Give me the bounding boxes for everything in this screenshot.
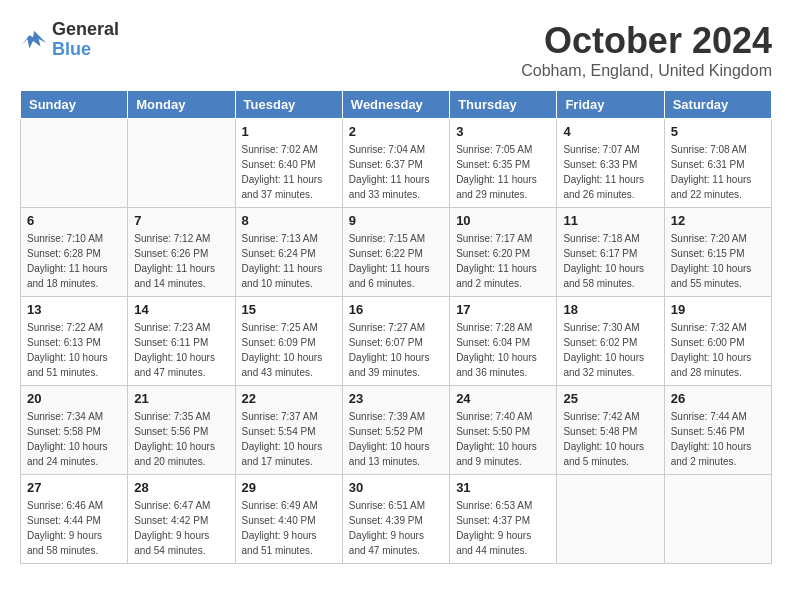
calendar-cell: 19Sunrise: 7:32 AM Sunset: 6:00 PM Dayli… — [664, 297, 771, 386]
day-info: Sunrise: 7:32 AM Sunset: 6:00 PM Dayligh… — [671, 320, 765, 380]
day-number: 29 — [242, 480, 336, 495]
day-info: Sunrise: 7:37 AM Sunset: 5:54 PM Dayligh… — [242, 409, 336, 469]
day-number: 4 — [563, 124, 657, 139]
day-number: 11 — [563, 213, 657, 228]
day-number: 20 — [27, 391, 121, 406]
calendar-week-row: 13Sunrise: 7:22 AM Sunset: 6:13 PM Dayli… — [21, 297, 772, 386]
calendar-cell: 10Sunrise: 7:17 AM Sunset: 6:20 PM Dayli… — [450, 208, 557, 297]
calendar-cell: 7Sunrise: 7:12 AM Sunset: 6:26 PM Daylig… — [128, 208, 235, 297]
day-number: 18 — [563, 302, 657, 317]
day-number: 22 — [242, 391, 336, 406]
calendar-week-row: 1Sunrise: 7:02 AM Sunset: 6:40 PM Daylig… — [21, 119, 772, 208]
day-number: 31 — [456, 480, 550, 495]
calendar-cell: 23Sunrise: 7:39 AM Sunset: 5:52 PM Dayli… — [342, 386, 449, 475]
day-number: 13 — [27, 302, 121, 317]
calendar-cell — [128, 119, 235, 208]
weekday-header: Wednesday — [342, 91, 449, 119]
title-block: October 2024 Cobham, England, United Kin… — [521, 20, 772, 80]
day-number: 28 — [134, 480, 228, 495]
calendar-cell: 3Sunrise: 7:05 AM Sunset: 6:35 PM Daylig… — [450, 119, 557, 208]
day-info: Sunrise: 7:27 AM Sunset: 6:07 PM Dayligh… — [349, 320, 443, 380]
calendar-cell: 1Sunrise: 7:02 AM Sunset: 6:40 PM Daylig… — [235, 119, 342, 208]
calendar-cell: 31Sunrise: 6:53 AM Sunset: 4:37 PM Dayli… — [450, 475, 557, 564]
day-number: 17 — [456, 302, 550, 317]
calendar-week-row: 20Sunrise: 7:34 AM Sunset: 5:58 PM Dayli… — [21, 386, 772, 475]
weekday-header: Friday — [557, 91, 664, 119]
calendar-cell: 13Sunrise: 7:22 AM Sunset: 6:13 PM Dayli… — [21, 297, 128, 386]
calendar-cell: 21Sunrise: 7:35 AM Sunset: 5:56 PM Dayli… — [128, 386, 235, 475]
day-number: 2 — [349, 124, 443, 139]
weekday-header: Thursday — [450, 91, 557, 119]
calendar-cell: 6Sunrise: 7:10 AM Sunset: 6:28 PM Daylig… — [21, 208, 128, 297]
day-number: 21 — [134, 391, 228, 406]
weekday-header: Tuesday — [235, 91, 342, 119]
day-info: Sunrise: 7:04 AM Sunset: 6:37 PM Dayligh… — [349, 142, 443, 202]
page-header: General Blue October 2024 Cobham, Englan… — [20, 20, 772, 80]
day-info: Sunrise: 7:08 AM Sunset: 6:31 PM Dayligh… — [671, 142, 765, 202]
day-info: Sunrise: 7:34 AM Sunset: 5:58 PM Dayligh… — [27, 409, 121, 469]
day-number: 26 — [671, 391, 765, 406]
day-info: Sunrise: 6:53 AM Sunset: 4:37 PM Dayligh… — [456, 498, 550, 558]
day-info: Sunrise: 7:44 AM Sunset: 5:46 PM Dayligh… — [671, 409, 765, 469]
calendar-cell: 15Sunrise: 7:25 AM Sunset: 6:09 PM Dayli… — [235, 297, 342, 386]
day-info: Sunrise: 7:40 AM Sunset: 5:50 PM Dayligh… — [456, 409, 550, 469]
day-number: 16 — [349, 302, 443, 317]
day-info: Sunrise: 7:12 AM Sunset: 6:26 PM Dayligh… — [134, 231, 228, 291]
day-info: Sunrise: 7:17 AM Sunset: 6:20 PM Dayligh… — [456, 231, 550, 291]
location: Cobham, England, United Kingdom — [521, 62, 772, 80]
calendar-cell: 17Sunrise: 7:28 AM Sunset: 6:04 PM Dayli… — [450, 297, 557, 386]
day-number: 30 — [349, 480, 443, 495]
calendar-cell: 20Sunrise: 7:34 AM Sunset: 5:58 PM Dayli… — [21, 386, 128, 475]
calendar-cell — [557, 475, 664, 564]
calendar-cell: 22Sunrise: 7:37 AM Sunset: 5:54 PM Dayli… — [235, 386, 342, 475]
calendar-cell: 24Sunrise: 7:40 AM Sunset: 5:50 PM Dayli… — [450, 386, 557, 475]
calendar-cell: 8Sunrise: 7:13 AM Sunset: 6:24 PM Daylig… — [235, 208, 342, 297]
day-info: Sunrise: 7:25 AM Sunset: 6:09 PM Dayligh… — [242, 320, 336, 380]
calendar-cell: 26Sunrise: 7:44 AM Sunset: 5:46 PM Dayli… — [664, 386, 771, 475]
day-info: Sunrise: 7:13 AM Sunset: 6:24 PM Dayligh… — [242, 231, 336, 291]
logo: General Blue — [20, 20, 119, 60]
day-number: 12 — [671, 213, 765, 228]
day-number: 1 — [242, 124, 336, 139]
day-info: Sunrise: 6:51 AM Sunset: 4:39 PM Dayligh… — [349, 498, 443, 558]
calendar-cell: 25Sunrise: 7:42 AM Sunset: 5:48 PM Dayli… — [557, 386, 664, 475]
day-number: 24 — [456, 391, 550, 406]
day-number: 23 — [349, 391, 443, 406]
calendar-cell: 18Sunrise: 7:30 AM Sunset: 6:02 PM Dayli… — [557, 297, 664, 386]
day-info: Sunrise: 7:28 AM Sunset: 6:04 PM Dayligh… — [456, 320, 550, 380]
day-info: Sunrise: 7:39 AM Sunset: 5:52 PM Dayligh… — [349, 409, 443, 469]
calendar-cell: 9Sunrise: 7:15 AM Sunset: 6:22 PM Daylig… — [342, 208, 449, 297]
day-info: Sunrise: 7:02 AM Sunset: 6:40 PM Dayligh… — [242, 142, 336, 202]
day-number: 15 — [242, 302, 336, 317]
day-number: 9 — [349, 213, 443, 228]
day-info: Sunrise: 7:18 AM Sunset: 6:17 PM Dayligh… — [563, 231, 657, 291]
svg-marker-0 — [22, 30, 46, 48]
day-number: 8 — [242, 213, 336, 228]
day-info: Sunrise: 7:05 AM Sunset: 6:35 PM Dayligh… — [456, 142, 550, 202]
logo-text: General Blue — [52, 20, 119, 60]
month-title: October 2024 — [521, 20, 772, 62]
calendar-week-row: 27Sunrise: 6:46 AM Sunset: 4:44 PM Dayli… — [21, 475, 772, 564]
day-info: Sunrise: 7:22 AM Sunset: 6:13 PM Dayligh… — [27, 320, 121, 380]
calendar-cell: 4Sunrise: 7:07 AM Sunset: 6:33 PM Daylig… — [557, 119, 664, 208]
calendar-cell: 29Sunrise: 6:49 AM Sunset: 4:40 PM Dayli… — [235, 475, 342, 564]
day-info: Sunrise: 7:10 AM Sunset: 6:28 PM Dayligh… — [27, 231, 121, 291]
day-number: 27 — [27, 480, 121, 495]
calendar-cell — [21, 119, 128, 208]
calendar-cell: 12Sunrise: 7:20 AM Sunset: 6:15 PM Dayli… — [664, 208, 771, 297]
day-info: Sunrise: 6:47 AM Sunset: 4:42 PM Dayligh… — [134, 498, 228, 558]
day-info: Sunrise: 7:23 AM Sunset: 6:11 PM Dayligh… — [134, 320, 228, 380]
day-info: Sunrise: 7:20 AM Sunset: 6:15 PM Dayligh… — [671, 231, 765, 291]
day-number: 3 — [456, 124, 550, 139]
day-info: Sunrise: 7:07 AM Sunset: 6:33 PM Dayligh… — [563, 142, 657, 202]
day-number: 25 — [563, 391, 657, 406]
calendar-cell: 27Sunrise: 6:46 AM Sunset: 4:44 PM Dayli… — [21, 475, 128, 564]
day-info: Sunrise: 6:46 AM Sunset: 4:44 PM Dayligh… — [27, 498, 121, 558]
weekday-header: Saturday — [664, 91, 771, 119]
calendar-cell: 11Sunrise: 7:18 AM Sunset: 6:17 PM Dayli… — [557, 208, 664, 297]
weekday-header: Sunday — [21, 91, 128, 119]
calendar-week-row: 6Sunrise: 7:10 AM Sunset: 6:28 PM Daylig… — [21, 208, 772, 297]
day-info: Sunrise: 7:35 AM Sunset: 5:56 PM Dayligh… — [134, 409, 228, 469]
day-number: 6 — [27, 213, 121, 228]
day-number: 10 — [456, 213, 550, 228]
